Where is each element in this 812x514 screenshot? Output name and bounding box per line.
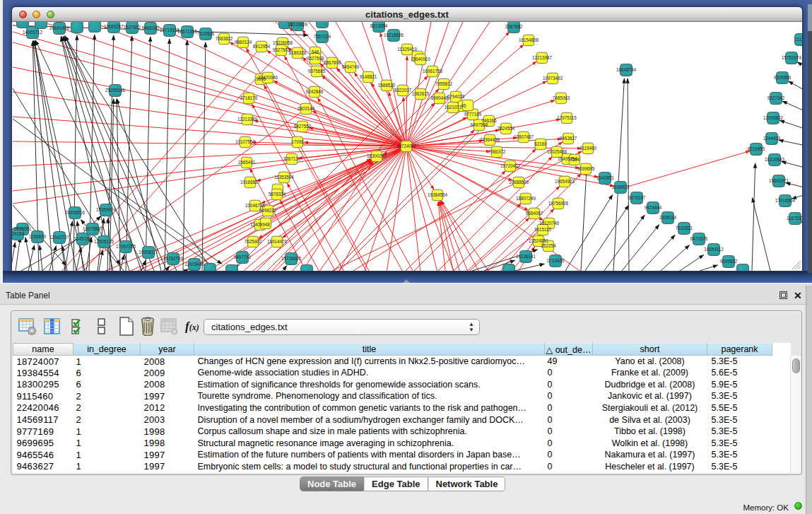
svg-text:18807249: 18807249	[516, 196, 536, 201]
svg-text:20364436: 20364436	[480, 137, 500, 142]
svg-text:1362615: 1362615	[412, 91, 430, 96]
svg-text:3824554: 3824554	[498, 126, 515, 131]
svg-text:546: 546	[312, 49, 319, 54]
svg-text:1527602: 1527602	[124, 25, 141, 30]
svg-text:16033809: 16033809	[288, 22, 308, 27]
svg-text:9327508: 9327508	[307, 56, 324, 61]
svg-text:10655267: 10655267	[104, 24, 124, 29]
svg-text:11923448: 11923448	[184, 262, 204, 267]
svg-text:62160: 62160	[534, 141, 547, 146]
svg-text:19654923: 19654923	[555, 179, 575, 184]
svg-text:10688609: 10688609	[509, 180, 529, 185]
svg-text:11325419: 11325419	[397, 47, 417, 52]
svg-text:1640953: 1640953	[596, 175, 614, 180]
svg-text:6466160: 6466160	[142, 25, 160, 30]
svg-text:25055346: 25055346	[105, 88, 126, 93]
svg-text:252254: 252254	[541, 243, 556, 248]
svg-text:6497568: 6497568	[471, 122, 488, 127]
svg-text:9375685: 9375685	[308, 69, 326, 74]
svg-text:7515526: 7515526	[197, 31, 215, 36]
svg-text:19756928: 19756928	[548, 201, 569, 206]
svg-text:16120746: 16120746	[539, 221, 560, 226]
svg-text:9457791: 9457791	[234, 255, 252, 259]
svg-text:7357224: 7357224	[314, 34, 331, 39]
svg-text:1588520: 1588520	[378, 83, 396, 88]
svg-text:19218506: 19218506	[384, 33, 404, 37]
svg-text:1244419: 1244419	[763, 136, 781, 141]
svg-text:5938923: 5938923	[612, 185, 630, 189]
svg-text:12505135: 12505135	[94, 239, 114, 244]
svg-text:9242848: 9242848	[306, 89, 324, 94]
svg-text:16914479: 16914479	[267, 239, 288, 244]
svg-text:6794028: 6794028	[447, 94, 465, 99]
svg-text:9327503: 9327503	[273, 47, 290, 52]
svg-text:10958117: 10958117	[139, 250, 158, 255]
svg-text:9860124: 9860124	[235, 40, 252, 45]
svg-text:9564: 9564	[570, 157, 580, 162]
svg-text:9115460: 9115460	[579, 146, 597, 151]
svg-text:2935114: 2935114	[659, 215, 677, 220]
svg-text:1145194: 1145194	[74, 236, 92, 241]
svg-text:14136141: 14136141	[516, 254, 536, 259]
svg-text:5835061: 5835061	[14, 226, 32, 231]
svg-text:15692971: 15692971	[769, 178, 789, 183]
svg-text:18300295: 18300295	[367, 153, 387, 158]
svg-text:9474444: 9474444	[645, 205, 662, 210]
svg-text:1156819: 1156819	[29, 234, 47, 239]
svg-text:13524851: 13524851	[529, 238, 549, 243]
svg-text:9498222: 9498222	[259, 208, 277, 213]
svg-text:8471676: 8471676	[690, 236, 708, 241]
svg-text:19384554: 19384554	[428, 192, 448, 197]
svg-text:9329966: 9329966	[774, 75, 792, 80]
svg-text:12093832: 12093832	[763, 115, 784, 120]
svg-text:1167533: 1167533	[787, 216, 802, 221]
svg-text:9684067: 9684067	[526, 211, 543, 216]
svg-text:45: 45	[461, 103, 466, 108]
svg-text:8427552: 8427552	[294, 124, 312, 129]
svg-text:15716485: 15716485	[281, 256, 302, 261]
svg-text:1965491: 1965491	[238, 160, 256, 165]
svg-text:12213389: 12213389	[237, 117, 258, 122]
svg-text:2087682: 2087682	[505, 24, 523, 29]
svg-text:16671355: 16671355	[177, 29, 198, 34]
svg-text:8454749: 8454749	[342, 64, 360, 69]
svg-text:9245652: 9245652	[720, 259, 738, 264]
svg-text:17016504: 17016504	[775, 198, 796, 203]
svg-text:8912954: 8912954	[253, 44, 271, 49]
svg-text:16210643: 16210643	[765, 157, 785, 162]
svg-text:8186328: 8186328	[289, 50, 307, 55]
svg-text:15226058: 15226058	[273, 40, 293, 45]
svg-text:19166827: 19166827	[240, 180, 261, 185]
svg-text:7625402: 7625402	[245, 239, 262, 244]
svg-text:10975887: 10975887	[83, 226, 103, 231]
svg-text:10654112: 10654112	[704, 247, 724, 252]
svg-text:12942737: 12942737	[49, 235, 70, 240]
svg-text:10107552: 10107552	[235, 139, 256, 144]
svg-text:3267130: 3267130	[283, 156, 301, 161]
svg-text:16154808: 16154808	[519, 37, 539, 42]
svg-text:10807487: 10807487	[514, 134, 534, 139]
svg-text:7955812: 7955812	[435, 81, 453, 86]
svg-text:2718176: 2718176	[240, 95, 258, 100]
svg-text:18724007: 18724007	[396, 144, 417, 148]
svg-text:15720407: 15720407	[500, 163, 521, 168]
svg-text:15640910: 15640910	[411, 57, 431, 62]
svg-text:17006: 17006	[291, 139, 304, 144]
svg-text:2803144: 2803144	[298, 106, 315, 111]
svg-text:1621072: 1621072	[445, 105, 462, 110]
svg-text:9463627: 9463627	[560, 136, 577, 141]
svg-text:9146821: 9146821	[360, 74, 377, 79]
svg-text:11409948: 11409948	[250, 222, 270, 227]
svg-text:10025488: 10025488	[547, 149, 567, 154]
svg-text:2867608: 2867608	[324, 60, 341, 65]
svg-text:9777169: 9777169	[464, 112, 482, 117]
svg-text:7663822: 7663822	[216, 36, 233, 41]
svg-text:20691406: 20691406	[49, 25, 70, 30]
svg-text:16782759: 16782759	[163, 256, 184, 261]
svg-text:17957255: 17957255	[116, 244, 136, 249]
svg-text:11123: 11123	[795, 37, 802, 42]
svg-text:17359924: 17359924	[96, 207, 117, 212]
svg-text:10046736: 10046736	[245, 203, 266, 208]
svg-text:8990448: 8990448	[431, 95, 449, 100]
svg-text:15751074: 15751074	[782, 55, 802, 60]
